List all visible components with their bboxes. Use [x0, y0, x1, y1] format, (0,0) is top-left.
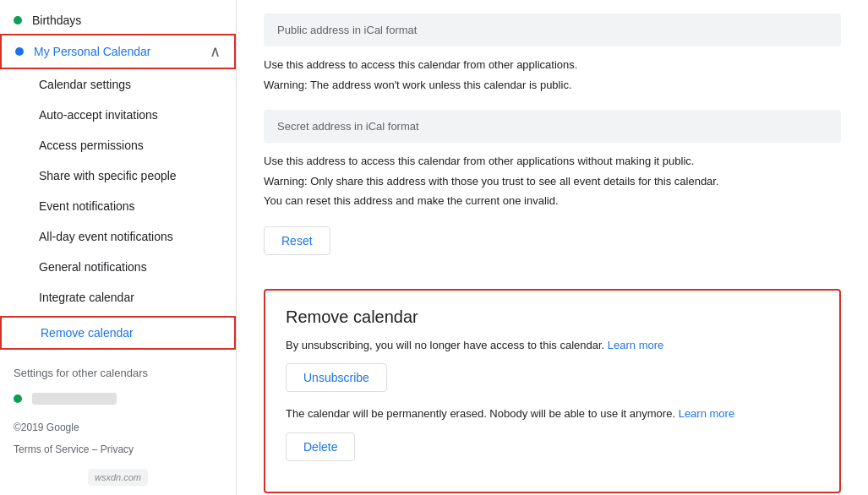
delete-info: The calendar will be permanently erased.…	[286, 405, 819, 422]
birthdays-dot	[14, 16, 22, 24]
secret-address-label: Secret address in iCal format	[277, 120, 419, 133]
unsubscribe-button[interactable]: Unsubscribe	[286, 363, 387, 392]
footer: ©2019 Google	[0, 411, 236, 443]
delete-learn-more-link[interactable]: Learn more	[679, 407, 734, 420]
main-content: Public address in iCal format Use this a…	[237, 0, 868, 495]
sidebar-item-general-notifications[interactable]: General notifications	[0, 252, 236, 282]
auto-accept-label: Auto-accept invitations	[39, 108, 158, 122]
calendar-settings-label: Calendar settings	[39, 78, 131, 91]
remove-calendar-section: Remove calendar By unsubscribing, you wi…	[264, 289, 841, 493]
calendar-dot	[15, 47, 24, 56]
delete-button[interactable]: Delete	[286, 432, 355, 461]
access-permissions-label: Access permissions	[39, 139, 144, 152]
secret-warning2: You can reset this address and make the …	[264, 193, 841, 209]
sidebar-item-event-notifications[interactable]: Event notifications	[0, 191, 236, 221]
sidebar-item-calendar-settings[interactable]: Calendar settings	[0, 69, 236, 100]
sidebar: Birthdays My Personal Calendar ∧ Calenda…	[0, 0, 237, 495]
sidebar-item-remove-calendar[interactable]: Remove calendar	[0, 316, 236, 350]
sidebar-item-auto-accept[interactable]: Auto-accept invitations	[0, 100, 236, 130]
reset-button[interactable]: Reset	[264, 226, 330, 255]
unsubscribe-info: By unsubscribing, you will no longer hav…	[286, 337, 819, 354]
privacy-link[interactable]: Privacy	[101, 443, 134, 455]
footer-year: ©2019 Google	[14, 422, 79, 433]
calendar-header-text: My Personal Calendar	[34, 45, 206, 58]
allday-notifications-label: All-day event notifications	[39, 230, 173, 243]
secret-address-box: Secret address in iCal format	[264, 110, 841, 143]
sidebar-item-share-people[interactable]: Share with specific people	[0, 160, 236, 191]
sidebar-item-my-calendar[interactable]: My Personal Calendar ∧	[0, 34, 236, 69]
sidebar-item-allday-notifications[interactable]: All-day event notifications	[0, 221, 236, 252]
secret-warning1: Warning: Only share this address with th…	[264, 173, 841, 190]
chevron-up-icon: ∧	[210, 42, 221, 61]
remove-calendar-sidebar-label: Remove calendar	[41, 326, 134, 340]
watermark: wsxdn.com	[88, 469, 148, 486]
footer-links: Terms of Service – Privacy	[0, 443, 236, 465]
event-notifications-label: Event notifications	[39, 199, 135, 213]
other-calendar-item[interactable]	[0, 386, 236, 411]
footer-dash: –	[92, 443, 98, 455]
public-address-box: Public address in iCal format	[264, 14, 841, 46]
other-calendar-bar	[32, 393, 117, 405]
secret-info1: Use this address to access this calendar…	[264, 153, 841, 170]
calendar-sub-items: Calendar settings Auto-accept invitation…	[0, 69, 236, 350]
sidebar-item-integrate-calendar[interactable]: Integrate calendar	[0, 282, 236, 313]
settings-other-title: Settings for other calendars	[0, 353, 236, 386]
integrate-calendar-label: Integrate calendar	[39, 291, 134, 304]
public-address-label: Public address in iCal format	[277, 24, 417, 36]
sidebar-item-birthdays[interactable]: Birthdays	[0, 7, 236, 34]
public-info1: Use this address to access this calendar…	[264, 57, 841, 73]
remove-calendar-title: Remove calendar	[286, 307, 819, 327]
other-calendar-dot	[14, 394, 22, 403]
watermark-area: wsxdn.com	[0, 465, 236, 489]
general-notifications-label: General notifications	[39, 260, 147, 274]
sidebar-item-access-permissions[interactable]: Access permissions	[0, 130, 236, 160]
sidebar-item-label: Birthdays	[32, 14, 81, 27]
public-warning: Warning: The address won't work unless t…	[264, 77, 841, 94]
unsubscribe-learn-more-link[interactable]: Learn more	[608, 339, 663, 351]
terms-of-service-link[interactable]: Terms of Service	[14, 443, 89, 455]
share-people-label: Share with specific people	[39, 169, 177, 182]
